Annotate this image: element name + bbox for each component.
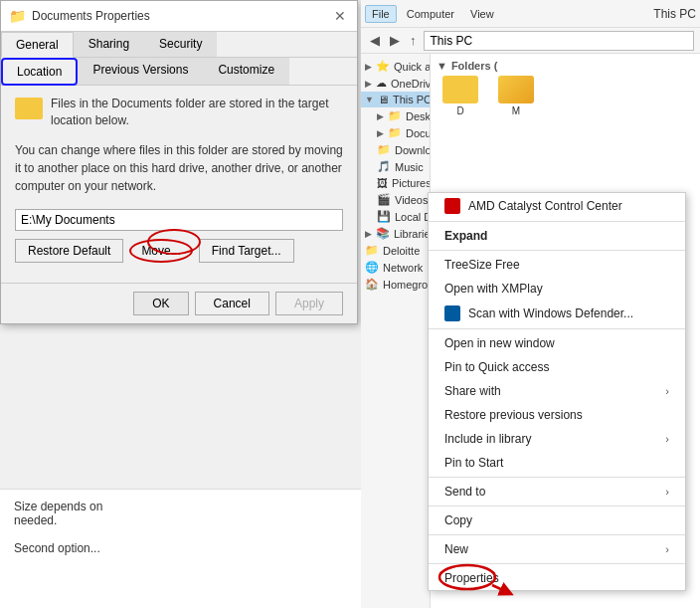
ctx-new-label: New [444, 542, 665, 556]
tab-computer[interactable]: Computer [401, 6, 460, 22]
ctx-item-properties[interactable]: Properties [429, 566, 685, 590]
ctx-separator-3 [429, 328, 685, 329]
defender-icon [444, 305, 460, 321]
path-input[interactable] [15, 209, 343, 231]
dialog-icon: 📁 [9, 8, 26, 24]
ctx-item-pin-quick[interactable]: Pin to Quick access [429, 355, 685, 379]
action-buttons: Restore Default Move... Find Target... [15, 239, 343, 263]
folder-description-text: Files in the Documents folder are stored… [51, 96, 343, 129]
folder-description-row: Files in the Documents folder are stored… [15, 96, 343, 129]
dialog-footer: OK Cancel Apply [1, 283, 357, 323]
this-pc-label: This PC [653, 7, 696, 21]
submenu-arrow-new: › [665, 543, 669, 555]
pictures-icon: 🖼 [377, 177, 388, 189]
submenu-arrow-share: › [665, 385, 669, 397]
ctx-treesize-label: TreeSize Free [444, 258, 669, 272]
folder-icon-1 [442, 76, 478, 103]
sidebar-item-quick-access[interactable]: ▶ ⭐ Quick access [361, 58, 430, 75]
sidebar-item-local-disk[interactable]: 💾 Local Disk [361, 208, 430, 225]
homegroup-label: Homegroup [383, 279, 431, 291]
ctx-item-include-library[interactable]: Include in library › [429, 427, 685, 451]
ctx-item-share-with[interactable]: Share with › [429, 379, 685, 403]
ok-button[interactable]: OK [133, 292, 188, 315]
ctx-properties-label: Properties [444, 571, 669, 585]
tab-location[interactable]: Location [1, 58, 78, 86]
homegroup-icon: 🏠 [365, 278, 379, 291]
ctx-item-expand[interactable]: Expand [429, 224, 685, 248]
ctx-separator-4 [429, 477, 685, 478]
ctx-item-restore-versions[interactable]: Restore previous versions [429, 403, 685, 427]
ctx-item-defender[interactable]: Scan with Windows Defender... [429, 301, 685, 326]
pictures-label: Pictures [392, 177, 431, 189]
music-label: Music [395, 161, 424, 173]
sidebar-item-pictures[interactable]: 🖼 Pictures [361, 175, 430, 191]
chevron-down-icon: ▼ [437, 60, 447, 72]
documents-icon: 📁 [388, 126, 402, 139]
desktop-label: Desktop [406, 110, 431, 122]
this-pc-icon: 🖥 [378, 94, 389, 105]
deloitte-icon: 📁 [365, 244, 379, 257]
bottom-text-line2: needed. [14, 513, 347, 527]
back-button[interactable]: ◀ [367, 33, 383, 48]
sidebar-item-videos[interactable]: 🎬 Videos [361, 191, 430, 208]
tab-view[interactable]: View [464, 6, 500, 22]
sidebar-item-onedrive[interactable]: ▶ ☁ OneDrive [361, 75, 430, 92]
downloads-label: Downloads [395, 144, 431, 156]
expand-arrow-pc: ▼ [365, 95, 374, 104]
ctx-item-new-window[interactable]: Open in new window [429, 331, 685, 355]
ctx-separator-1 [429, 221, 685, 222]
tab-security[interactable]: Security [144, 32, 217, 57]
titlebar-left: 📁 Documents Properties [9, 8, 150, 24]
onedrive-icon: ☁ [376, 77, 387, 90]
folder-label-2: M [512, 105, 520, 116]
ctx-item-pin-start[interactable]: Pin to Start [429, 451, 685, 475]
expand-arrow-od: ▶ [365, 79, 372, 89]
sidebar-item-music[interactable]: 🎵 Music [361, 158, 430, 175]
tab-general[interactable]: General [1, 32, 74, 58]
folder-item-2[interactable]: M [492, 76, 540, 116]
tab-sharing[interactable]: Sharing [74, 32, 144, 57]
folder-label-1: D [456, 105, 463, 116]
ctx-separator-2 [429, 250, 685, 251]
quick-access-icon: ⭐ [376, 60, 390, 73]
ctx-amd-label: AMD Catalyst Control Center [468, 199, 669, 213]
ctx-item-new[interactable]: New › [429, 537, 685, 561]
up-button[interactable]: ↑ [407, 33, 420, 48]
dialog-content: Files in the Documents folder are stored… [1, 86, 357, 283]
forward-button[interactable]: ▶ [387, 33, 403, 48]
local-disk-icon: 💾 [377, 210, 391, 223]
info-text: You can change where files in this folde… [15, 141, 343, 195]
sidebar-item-deloitte[interactable]: 📁 Deloitte [361, 242, 430, 259]
libraries-icon: 📚 [376, 227, 390, 240]
ctx-item-copy[interactable]: Copy [429, 508, 685, 532]
folder-icon [15, 98, 43, 119]
sidebar-item-desktop[interactable]: ▶ 📁 Desktop [361, 107, 430, 124]
ctx-item-xmplay[interactable]: Open with XMPlay [429, 277, 685, 301]
apply-button[interactable]: Apply [275, 292, 343, 315]
folders-header: ▼ Folders ( [437, 60, 694, 72]
sidebar-item-this-pc[interactable]: ▼ 🖥 This PC [361, 92, 430, 107]
sidebar-item-homegroup[interactable]: 🏠 Homegroup [361, 276, 430, 293]
move-button[interactable]: Move... [129, 239, 192, 263]
network-label: Network [383, 262, 423, 274]
downloads-icon: 📁 [377, 143, 391, 156]
find-target-button[interactable]: Find Target... [199, 239, 294, 263]
ctx-item-treesize[interactable]: TreeSize Free [429, 253, 685, 277]
ctx-item-amd[interactable]: AMD Catalyst Control Center [429, 193, 685, 219]
ctx-xmplay-label: Open with XMPlay [444, 282, 669, 296]
tab-previous-versions[interactable]: Previous Versions [78, 58, 203, 85]
tab-customize[interactable]: Customize [203, 58, 289, 85]
sidebar-item-downloads[interactable]: 📁 Downloads [361, 141, 430, 158]
tab-file[interactable]: File [365, 5, 397, 23]
sidebar-item-network[interactable]: 🌐 Network [361, 259, 430, 276]
sidebar-item-documents[interactable]: ▶ 📁 Documents [361, 124, 430, 141]
ctx-defender-label: Scan with Windows Defender... [468, 306, 669, 320]
close-button[interactable]: ✕ [331, 7, 349, 25]
address-path[interactable]: This PC [424, 31, 695, 51]
ctx-item-send-to[interactable]: Send to › [429, 480, 685, 504]
sidebar-item-libraries[interactable]: ▶ 📚 Libraries [361, 225, 430, 242]
restore-default-button[interactable]: Restore Default [15, 239, 123, 263]
folder-item-1[interactable]: D [437, 76, 484, 116]
cancel-button[interactable]: Cancel [195, 292, 269, 315]
onedrive-label: OneDrive [391, 78, 431, 90]
